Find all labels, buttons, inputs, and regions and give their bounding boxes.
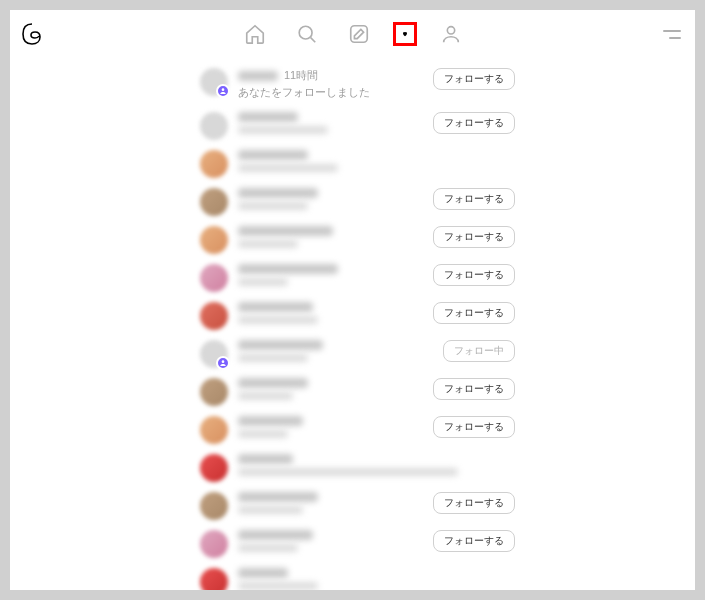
username (238, 264, 338, 274)
follow-button[interactable]: フォローする (433, 226, 515, 248)
activity-row[interactable]: フォローする (10, 486, 695, 524)
activity-heart-icon[interactable] (393, 22, 417, 46)
activity-description (238, 202, 308, 210)
activity-row[interactable]: フォローする (10, 182, 695, 220)
username (238, 378, 308, 388)
activity-description (238, 582, 318, 590)
avatar[interactable] (200, 340, 228, 368)
profile-icon[interactable] (439, 22, 463, 46)
activity-row[interactable] (10, 562, 695, 590)
username (238, 71, 278, 81)
avatar[interactable] (200, 492, 228, 520)
username (238, 340, 323, 350)
username (238, 112, 298, 122)
follow-button[interactable]: フォローする (433, 112, 515, 134)
username (238, 302, 313, 312)
activity-description (238, 506, 303, 514)
activity-row[interactable]: フォローする (10, 106, 695, 144)
follow-button[interactable]: フォローする (433, 188, 515, 210)
follow-badge-icon (216, 356, 230, 370)
avatar[interactable] (200, 302, 228, 330)
avatar[interactable] (200, 68, 228, 96)
avatar[interactable] (200, 112, 228, 140)
menu-icon[interactable] (661, 24, 681, 44)
activity-row[interactable]: フォローする (10, 220, 695, 258)
follow-button[interactable]: フォローする (433, 492, 515, 514)
username (238, 454, 293, 464)
activity-description (238, 126, 328, 134)
activity-row[interactable]: フォローする (10, 258, 695, 296)
top-navigation (10, 10, 695, 58)
activity-description (238, 544, 298, 552)
follow-button[interactable]: フォローする (433, 416, 515, 438)
avatar[interactable] (200, 188, 228, 216)
follow-badge-icon (216, 84, 230, 98)
avatar[interactable] (200, 226, 228, 254)
activity-description (238, 430, 288, 438)
activity-description (238, 240, 298, 248)
activity-row[interactable] (10, 144, 695, 182)
activity-description (238, 278, 288, 286)
follow-button[interactable]: フォローする (433, 530, 515, 552)
avatar[interactable] (200, 454, 228, 482)
timestamp: 11時間 (284, 68, 318, 83)
avatar[interactable] (200, 378, 228, 406)
svg-point-4 (222, 360, 225, 363)
avatar[interactable] (200, 530, 228, 558)
follow-button[interactable]: フォローする (433, 302, 515, 324)
activity-description (238, 468, 458, 476)
compose-icon[interactable] (347, 22, 371, 46)
avatar[interactable] (200, 150, 228, 178)
following-button[interactable]: フォロー中 (443, 340, 515, 362)
search-icon[interactable] (295, 22, 319, 46)
activity-description (238, 354, 308, 362)
avatar[interactable] (200, 568, 228, 590)
activity-row[interactable]: フォローする (10, 524, 695, 562)
svg-rect-1 (350, 26, 367, 43)
activity-description (238, 392, 293, 400)
avatar[interactable] (200, 264, 228, 292)
username (238, 492, 318, 502)
activity-row[interactable]: フォローする (10, 410, 695, 448)
home-icon[interactable] (243, 22, 267, 46)
svg-point-0 (299, 26, 312, 39)
username (238, 568, 288, 578)
activity-row[interactable]: フォローする (10, 372, 695, 410)
activity-row[interactable] (10, 448, 695, 486)
username (238, 226, 333, 236)
activity-row[interactable]: 11時間あなたをフォローしましたフォローする (10, 62, 695, 106)
follow-button[interactable]: フォローする (433, 68, 515, 90)
follow-button[interactable]: フォローする (433, 264, 515, 286)
username (238, 416, 303, 426)
activity-list: 11時間あなたをフォローしましたフォローするフォローするフォローするフォローする… (10, 58, 695, 590)
activity-row[interactable]: フォロー中 (10, 334, 695, 372)
svg-point-3 (222, 88, 225, 91)
activity-description (238, 316, 318, 324)
username (238, 150, 308, 160)
username (238, 530, 313, 540)
svg-point-2 (447, 27, 454, 34)
threads-logo-icon[interactable] (20, 22, 44, 46)
username (238, 188, 318, 198)
activity-row[interactable]: フォローする (10, 296, 695, 334)
activity-description (238, 164, 338, 172)
follow-button[interactable]: フォローする (433, 378, 515, 400)
avatar[interactable] (200, 416, 228, 444)
